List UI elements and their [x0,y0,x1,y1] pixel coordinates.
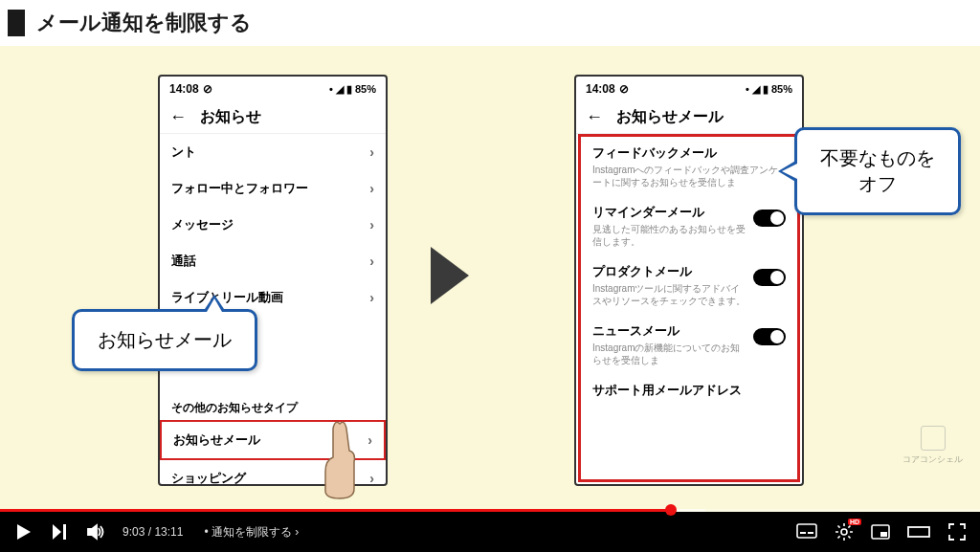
phone-mockup-right: 14:08 ⊘ • ◢ ▮ 85% ← お知らせメール フィードバックメール [574,75,804,486]
phone-header: ← お知らせメール [576,101,802,134]
chevron-right-icon: › [369,181,374,196]
svg-rect-1 [800,532,806,534]
slide-title: メール通知を制限する [36,9,252,37]
screen-title: お知らせ [200,107,261,127]
fullscreen-button[interactable] [947,522,967,541]
chevron-right-icon: › [369,217,374,232]
list-item[interactable]: ント › [160,134,386,170]
screen-title: お知らせメール [616,107,724,127]
setting-title: フィードバックメール [592,144,786,162]
mail-setting-row[interactable]: プロダクトメール Instagramツールに関するアドバイスやリソースをチェック… [581,255,797,315]
signal-icon: ◢ [336,83,344,96]
mail-setting-row[interactable]: サポート用メールアドレス [581,374,797,408]
section-header: その他のお知らせタイプ [160,392,386,420]
status-bar: 14:08 ⊘ • ◢ ▮ 85% [576,77,802,101]
setting-desc: Instagramへのフィードバックや調査アンケートに関するお知らせを受信しま [592,164,786,188]
back-arrow-icon[interactable]: ← [586,107,603,127]
next-button[interactable] [50,522,69,541]
status-time: 14:08 [169,82,199,96]
arrow-right-icon [431,247,469,304]
signal-icon: ◢ [752,83,760,96]
mail-setting-row[interactable]: フィードバックメール Instagramへのフィードバックや調査アンケートに関す… [581,137,797,196]
status-dot-icon: • [746,83,749,95]
setting-desc: 見逃した可能性のあるお知らせを受信します。 [592,223,746,248]
svg-point-3 [841,529,847,535]
chevron-right-icon: › [369,290,374,305]
setting-title: プロダクトメール [592,263,746,280]
list-item[interactable]: 通話 › [160,243,386,279]
phone-mockup-left: 14:08 ⊘ • ◢ ▮ 85% ← お知らせ ント › フォロー中とフォロワ… [158,75,388,486]
status-check-icon: ⊘ [203,82,212,96]
chevron-right-icon: › [369,471,374,486]
mail-setting-row[interactable]: ニュースメール Instagramの新機能についてのお知らせを受信しま [581,315,797,374]
setting-title: サポート用メールアドレス [592,382,742,399]
battery-icon: ▮ [346,83,352,96]
battery-percent: 85% [355,83,376,95]
slide-title-bar: メール通知を制限する [0,0,980,46]
theater-button[interactable] [907,524,930,540]
chevron-right-icon: › [368,432,372,448]
status-bar: 14:08 ⊘ • ◢ ▮ 85% [160,77,386,101]
status-dot-icon: • [329,83,333,95]
mail-setting-row[interactable]: リマインダーメール 見逃した可能性のあるお知らせを受信します。 [581,196,797,255]
status-time: 14:08 [586,82,615,96]
callout-right: 不要なものを オフ [794,127,961,215]
svg-rect-5 [880,532,887,537]
play-button[interactable] [13,522,33,541]
time-display: 9:03 / 13:11 [122,525,183,539]
list-item[interactable]: ショッピング › [160,460,386,486]
setting-title: ニュースメール [592,322,746,340]
miniplayer-button[interactable] [871,524,890,540]
svg-rect-0 [797,524,816,538]
callout-left: お知らせメール [72,309,257,371]
back-arrow-icon[interactable]: ← [169,107,187,127]
status-check-icon: ⊘ [619,82,629,96]
subtitles-button[interactable] [796,523,817,541]
toggle-switch[interactable] [753,210,786,227]
battery-icon: ▮ [763,83,768,96]
setting-title: リマインダーメール [592,204,746,221]
video-controls: 9:03 / 13:11 • 通知を制限する › HD [0,512,980,552]
title-decoration [8,10,25,36]
svg-rect-6 [908,527,929,537]
phone-header: ← お知らせ [160,101,386,134]
watermark: コアコンシェル [902,426,963,466]
hd-badge: HD [848,519,861,525]
setting-desc: Instagramツールに関するアドバイスやリソースをチェックできます。 [592,282,746,307]
toggle-switch[interactable] [753,328,786,345]
chevron-right-icon: › [369,254,374,269]
list-item-highlighted[interactable]: お知らせメール › [160,420,386,460]
setting-desc: Instagramの新機能についてのお知らせを受信しま [592,342,746,366]
svg-rect-2 [808,532,813,534]
chevron-right-icon: › [369,144,374,160]
list-item[interactable]: フォロー中とフォロワー › [160,170,386,207]
battery-percent: 85% [771,83,792,95]
settings-button[interactable]: HD [835,522,854,541]
watermark-logo-icon [921,426,946,451]
volume-button[interactable] [86,522,105,541]
settings-panel-highlighted: フィードバックメール Instagramへのフィードバックや調査アンケートに関す… [578,134,800,482]
chapter-title[interactable]: • 通知を制限する › [204,524,299,541]
toggle-switch[interactable] [753,269,786,286]
list-item[interactable]: メッセージ › [160,207,386,243]
